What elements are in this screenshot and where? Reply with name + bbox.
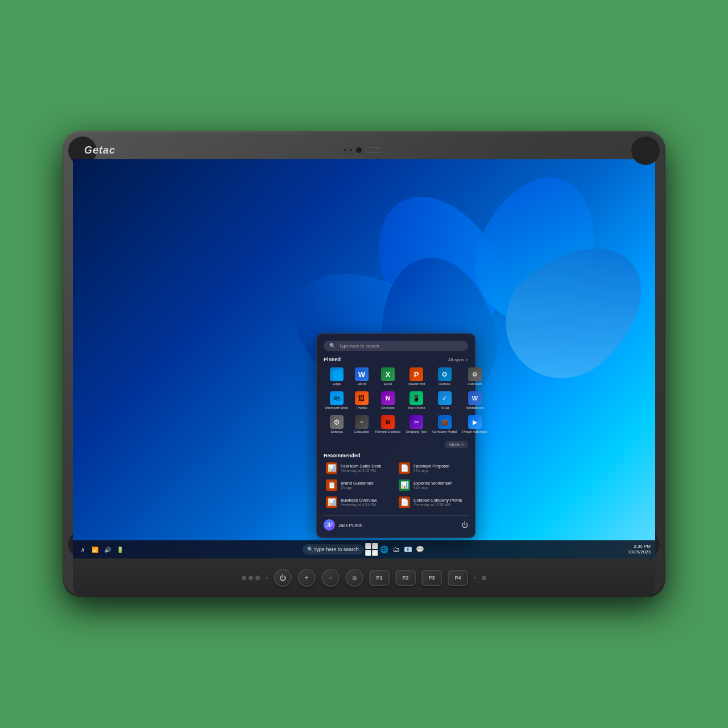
app-whiteboard[interactable]: W Whiteboard [461, 390, 489, 411]
rec-brand-guidelines-time: 2h ago [341, 486, 393, 490]
photos-label: Photos [357, 406, 367, 410]
app-onenote[interactable]: N OneNote [373, 390, 402, 411]
rec-brand-guidelines-icon: 📋 [326, 479, 337, 491]
app-todo[interactable]: ✓ To Do [431, 390, 458, 411]
app-company-portal[interactable]: 💼 Company Portal [431, 413, 458, 435]
p1-button[interactable]: P1 [369, 570, 390, 586]
more-button[interactable]: More > [445, 441, 468, 448]
rec-business-overview[interactable]: 📊 Business Overview Yesterday at 4:24 PM [324, 495, 395, 510]
status-indicator [255, 576, 260, 580]
start-menu[interactable]: 🔍 Type here to search Pinned All apps > … [316, 333, 475, 538]
power-button[interactable]: ⏻ [461, 521, 468, 529]
taskbar-expand-icon[interactable]: ∧ [77, 544, 88, 555]
powerpoint-label: PowerPoint [408, 382, 425, 386]
volume-up-btn-circle[interactable]: + [297, 569, 316, 587]
mic-dot [349, 148, 353, 152]
edge-icon: 🌐 [330, 367, 344, 381]
power-btn-circle[interactable]: ⏻ [274, 569, 292, 587]
app-word[interactable]: W Word [352, 366, 371, 387]
calculator-label: Calculator [354, 430, 369, 433]
app-fabrikam[interactable]: ⚙ Fabrikam [461, 366, 489, 387]
taskbar-wifi-icon[interactable]: 📶 [90, 544, 100, 555]
p4-button[interactable]: P4 [448, 570, 468, 586]
taskbar-battery-icon[interactable]: 🔋 [115, 544, 125, 555]
windows-key-circle[interactable]: ⊞ [345, 569, 363, 587]
taskbar-teams-icon[interactable]: 💬 [415, 544, 425, 555]
recommended-header: Recommended [324, 453, 468, 458]
app-phone[interactable]: 📱 Your Phone [404, 390, 428, 411]
app-outlook[interactable]: O Outlook [431, 366, 458, 387]
app-edge[interactable]: 🌐 Edge [324, 366, 350, 387]
p2-button[interactable]: P2 [395, 570, 416, 586]
status-indicators [242, 576, 260, 580]
camera-area [344, 146, 382, 154]
remote-desktop-label: Remote Desktop [375, 430, 400, 433]
wifi-indicator [249, 576, 253, 580]
user-avatar: JP [324, 519, 335, 531]
app-excel[interactable]: X Excel [373, 366, 402, 387]
app-store[interactable]: 🛍 Microsoft Store [324, 390, 350, 411]
word-icon: W [355, 367, 369, 381]
p4-rect[interactable]: P4 [448, 570, 468, 586]
app-settings[interactable]: ⚙ Settings [324, 413, 350, 435]
company-portal-icon: 💼 [438, 415, 452, 429]
app-power-automate[interactable]: ▶ Power Automate [461, 413, 489, 435]
tablet-device: Getac 🔍 Type here to [63, 131, 665, 597]
rec-fabrikam-proposal[interactable]: 📄 Fabrikam Proposal 17m ago [396, 461, 468, 475]
user-info[interactable]: JP Jack Purton [324, 519, 362, 531]
settings-label: Settings [330, 430, 343, 433]
excel-label: Excel [383, 382, 392, 386]
start-button[interactable] [365, 543, 378, 556]
rec-expense-worksheet-time: 52m ago [413, 486, 466, 490]
settings-icon: ⚙ [330, 415, 344, 429]
p3-button[interactable]: P3 [421, 570, 442, 586]
outlook-label: Outlook [439, 382, 450, 386]
rec-brand-guidelines[interactable]: 📋 Brand Guidelines 2h ago [324, 478, 395, 493]
taskbar-search[interactable]: 🔍 Type here to search [303, 544, 363, 555]
separator-2 [474, 577, 476, 579]
app-powerpoint[interactable]: P PowerPoint [404, 366, 428, 387]
search-placeholder: Type here to search [339, 344, 379, 349]
rec-fabrikam-proposal-icon: 📄 [399, 462, 410, 474]
taskbar: ∧ 📶 🔊 🔋 🔍 Type here to search 🌐 🗂 � [73, 540, 655, 559]
volume-up-button[interactable]: + [297, 569, 316, 587]
p2-rect[interactable]: P2 [395, 570, 416, 586]
rec-expense-worksheet[interactable]: 📊 Expense Worksheet 52m ago [396, 478, 468, 493]
p3-rect[interactable]: P3 [421, 570, 442, 586]
p1-rect[interactable]: P1 [369, 570, 390, 586]
search-icon: 🔍 [329, 343, 336, 349]
windows-key-button[interactable]: ⊞ [345, 569, 363, 587]
taskbar-store-icon[interactable]: 🗂 [391, 544, 402, 555]
rec-business-overview-name: Business Overview [341, 498, 393, 503]
rec-contoso-profile[interactable]: 📄 Contoso Company Profile Yesterday at 1… [396, 495, 468, 510]
taskbar-mail-icon[interactable]: 📧 [403, 544, 413, 555]
taskbar-edge-icon[interactable]: 🌐 [379, 544, 390, 555]
more-button-row: More > [324, 441, 468, 448]
excel-icon: X [381, 367, 395, 381]
rec-fabrikam-sales[interactable]: 📊 Fabrikam Sales Deck Yesterday at 3:15 … [324, 461, 395, 475]
rec-fabrikam-sales-icon: 📊 [326, 462, 337, 474]
volume-down-btn-circle[interactable]: − [321, 569, 340, 587]
app-snipping[interactable]: ✂ Snipping Tool [404, 413, 428, 435]
outlook-icon: O [438, 367, 452, 381]
power-button[interactable]: ⏻ [274, 569, 292, 587]
app-remote-desktop[interactable]: 🖥 Remote Desktop [373, 413, 402, 435]
taskbar-sound-icon[interactable]: 🔊 [102, 544, 113, 555]
desktop-wallpaper[interactable]: 🔍 Type here to search Pinned All apps > … [73, 159, 655, 559]
rec-fabrikam-sales-time: Yesterday at 3:15 PM [341, 469, 393, 473]
rec-contoso-profile-icon: 📄 [399, 497, 410, 508]
app-calculator[interactable]: = Calculator [352, 413, 371, 435]
pinned-label: Pinned [324, 357, 341, 362]
volume-down-button[interactable]: − [321, 569, 340, 587]
rec-contoso-profile-text: Contoso Company Profile Yesterday at 10:… [413, 498, 466, 507]
rec-expense-worksheet-text: Expense Worksheet 52m ago [413, 481, 466, 490]
app-photos[interactable]: 🖼 Photos [352, 390, 371, 411]
all-apps-button[interactable]: All apps > [448, 357, 468, 362]
recommended-section: Recommended 📊 Fabrikam Sales Deck Yester… [324, 453, 468, 511]
start-search-bar[interactable]: 🔍 Type here to search [324, 341, 468, 351]
clock-display[interactable]: 2:30 PM 10/29/2023 [628, 544, 651, 556]
taskbar-right: 2:30 PM 10/29/2023 [628, 544, 651, 556]
search-icon: 🔍 [307, 547, 313, 552]
screen[interactable]: 🔍 Type here to search Pinned All apps > … [73, 159, 655, 559]
company-portal-label: Company Portal [432, 430, 457, 433]
